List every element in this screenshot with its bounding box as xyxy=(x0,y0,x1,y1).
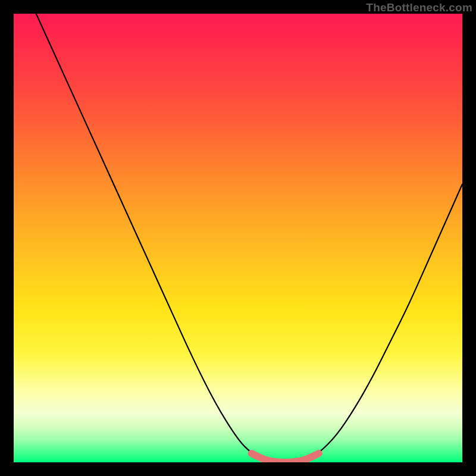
bottleneck-curve xyxy=(36,14,462,462)
highlight-path xyxy=(252,453,319,462)
watermark-text: TheBottleneck.com xyxy=(366,1,472,14)
plot-area xyxy=(14,14,462,462)
curve-svg xyxy=(14,14,462,462)
valley-highlight xyxy=(252,453,319,462)
curve-path xyxy=(36,14,462,462)
chart-frame: TheBottleneck.com xyxy=(0,0,476,476)
